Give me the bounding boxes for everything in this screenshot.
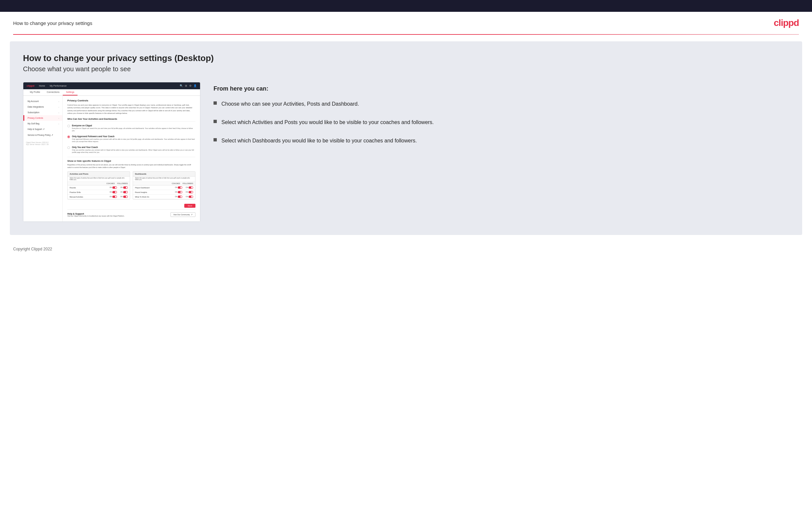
mock-dash-col-followers: FOLLOWERS: [183, 182, 193, 184]
mock-toggle-manual-coaches: [112, 195, 117, 198]
mock-radio-only-you: Only You and Your Coach Only you and the…: [67, 146, 195, 154]
mock-dashboards-header: Dashboards: [133, 172, 195, 177]
chevron-right-icon: ›: [58, 123, 59, 125]
bullet-square-3: [213, 138, 217, 142]
mock-row-drills: Practice Drills ON ON: [68, 190, 130, 194]
mock-activities-header: Activities and Posts: [68, 172, 130, 177]
mock-save-button[interactable]: Save: [184, 204, 195, 208]
mock-toggle-drills-followers: [123, 191, 128, 193]
main-content: How to change your privacy settings (Des…: [10, 41, 802, 235]
mock-show-desc: Regardless of the privacy controls that …: [67, 164, 195, 169]
grid-icon: ⊞: [185, 84, 187, 87]
mock-help-desc: Visit our Clippd community to troublesho…: [67, 215, 124, 217]
mock-body: My Account › Data Integrations › Subscri…: [23, 96, 200, 222]
logo: clippd: [774, 18, 799, 28]
mock-toggle-insights-coaches: [178, 191, 182, 193]
mock-toggle-whattowork-followers: [189, 195, 193, 198]
mock-tab-profile: My Profile: [27, 89, 43, 96]
page-subheading: Choose what you want people to see: [23, 65, 789, 73]
mock-toggle-whattowork-coaches: [178, 195, 182, 198]
bullet-text-1: Choose who can see your Activities, Post…: [221, 100, 359, 108]
copyright-text: Copyright Clippd 2022: [13, 247, 52, 251]
mock-toggle-rounds-followers: [123, 186, 128, 189]
bullet-list: Choose who can see your Activities, Post…: [213, 100, 789, 145]
mock-row-round-insights: Round Insights ON ON: [133, 190, 195, 194]
right-panel: From here you can: Choose who can see yo…: [213, 82, 789, 155]
page-heading: How to change your privacy settings (Des…: [23, 53, 789, 63]
mock-dash-col-coaches: COACHES: [172, 182, 180, 184]
mock-activities-desc: Select the types of activity that you'd …: [68, 177, 130, 182]
mock-toggle-drills-coaches: [112, 191, 117, 193]
mock-save-row: Save: [67, 202, 195, 209]
mock-toggle-rounds-coaches: [112, 186, 117, 189]
mock-radio-desc-followers: Only approved followers and coaches you …: [72, 138, 195, 143]
bullet-item-2: Select which Activities and Posts you wo…: [213, 118, 789, 126]
mock-help-section: Help & Support Visit our Clippd communit…: [67, 209, 195, 218]
mock-activities-subheader: COACHES FOLLOWERS: [68, 182, 130, 185]
mock-tab-settings: Settings: [63, 89, 78, 96]
mock-sidebar-privacy: Privacy Controls ›: [23, 115, 62, 121]
bullet-item-1: Choose who can see your Activities, Post…: [213, 100, 789, 108]
mock-tab-connections: Connections: [43, 89, 63, 96]
chevron-right-icon: ›: [58, 112, 59, 114]
external-link-icon: ↗: [191, 214, 193, 216]
mock-dashboards-subheader: COACHES FOLLOWERS: [133, 182, 195, 185]
mock-tables-row: Activities and Posts Select the types of…: [67, 171, 195, 200]
footer: Copyright Clippd 2022: [0, 241, 812, 257]
header-divider: [13, 34, 799, 35]
mock-radio-label-followers: Only Approved Followers and Your Coach: [72, 135, 195, 137]
mock-community-button[interactable]: Visit Our Community ↗: [170, 212, 195, 217]
mock-radio-label-you: Only You and Your Coach: [72, 146, 195, 148]
mock-section-title: Privacy Controls: [67, 99, 195, 102]
mock-sidebar: My Account › Data Integrations › Subscri…: [23, 96, 63, 222]
mock-toggle-insights-followers: [189, 191, 193, 193]
mock-tabs: My Profile Connections Settings: [23, 89, 200, 96]
mock-sidebar-help: Help & Support ↗: [23, 126, 62, 132]
mock-nav-performance: My Performance: [50, 84, 66, 87]
top-bar: [0, 0, 812, 12]
mock-show-title: Show or hide specific features in Clippd: [67, 157, 195, 162]
avatar-icon: 👤: [194, 84, 197, 87]
mock-logo: clippd: [27, 84, 35, 87]
mock-sidebar-account: My Account ›: [23, 99, 62, 104]
mock-sidebar-version: Clippd Client Version: 2022.8.2SQL Serve…: [23, 138, 62, 147]
mock-radio-circle-everyone: [67, 125, 70, 127]
mock-toggle-playerdash-followers: [189, 186, 193, 189]
mock-dashboards-desc: Select the types of activity that you'd …: [133, 177, 195, 182]
mock-section-desc: Control how you and your data appears to…: [67, 104, 195, 115]
mock-radio-desc-everyone: Everyone on Clippd can search for you an…: [72, 127, 195, 132]
bullet-text-2: Select which Activities and Posts you wo…: [221, 118, 434, 126]
mock-toggle-playerdash-coaches: [178, 186, 182, 189]
mock-row-manual: Manual Activities ON ON: [68, 194, 130, 199]
mock-radio-followers: Only Approved Followers and Your Coach O…: [67, 135, 195, 143]
bullet-item-3: Select which Dashboards you would like t…: [213, 137, 789, 145]
search-icon: 🔍: [180, 84, 183, 87]
bullet-square-1: [213, 101, 217, 105]
mock-sidebar-golfbag: My Golf Bag ›: [23, 121, 62, 126]
header: How to change your privacy settings clip…: [0, 12, 812, 34]
mock-row-rounds: Rounds ON ON: [68, 185, 130, 190]
mock-nav: clippd Home My Performance 🔍 ⊞ ⚙ 👤: [23, 82, 200, 89]
mock-help-title: Help & Support: [67, 213, 124, 215]
mock-row-player-dashboard: Player Dashboard ON ON: [133, 185, 195, 190]
from-here-title: From here you can:: [213, 85, 789, 92]
bullet-text-3: Select which Dashboards you would like t…: [221, 137, 417, 145]
chevron-right-icon: ›: [58, 117, 59, 119]
chevron-right-icon: ›: [58, 106, 59, 108]
mock-col-coaches-label: COACHES: [106, 182, 115, 184]
mock-nav-home: Home: [39, 84, 45, 87]
mock-sidebar-subscription: Subscription ›: [23, 110, 62, 115]
bullet-square-2: [213, 120, 217, 123]
mock-sidebar-service: Service & Privacy Policy ↗: [23, 132, 62, 138]
settings-icon: ⚙: [189, 84, 192, 87]
mock-dashboards-table: Dashboards Select the types of activity …: [133, 171, 195, 200]
content-row: clippd Home My Performance 🔍 ⊞ ⚙ 👤 My Pr…: [23, 82, 789, 222]
app-screenshot: clippd Home My Performance 🔍 ⊞ ⚙ 👤 My Pr…: [23, 82, 200, 222]
mock-sidebar-data: Data Integrations ›: [23, 104, 62, 110]
mock-col-followers-label: FOLLOWERS: [117, 182, 128, 184]
mock-row-what-to-work: What To Work On ON ON: [133, 194, 195, 199]
mock-toggle-manual-followers: [123, 195, 128, 198]
chevron-right-icon: ›: [58, 100, 59, 102]
header-title: How to change your privacy settings: [13, 20, 92, 26]
mock-radio-everyone: Everyone on Clippd Everyone on Clippd ca…: [67, 124, 195, 132]
